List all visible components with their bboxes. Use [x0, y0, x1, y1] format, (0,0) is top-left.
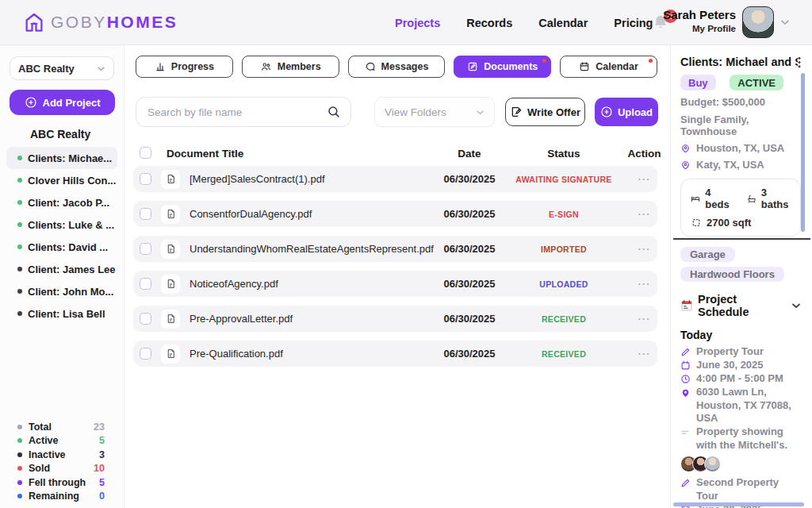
org-select[interactable]: ABC Realty [10, 56, 114, 80]
row-actions-button[interactable]: ··· [626, 208, 662, 220]
alert-dot [649, 59, 653, 63]
bar-chart-icon [155, 61, 166, 72]
file-icon [161, 205, 180, 224]
event-time-row: 4:00 PM - 5:00 PM [680, 372, 801, 386]
brand-name-light: GOBY [51, 13, 107, 32]
search-input[interactable] [136, 97, 351, 127]
select-all-checkbox[interactable] [140, 147, 151, 159]
row-checkbox[interactable] [140, 208, 151, 220]
user-name: Sarah Peters [663, 7, 736, 23]
user-menu[interactable]: Sarah Peters My Profile [663, 7, 736, 34]
status-badge: E-SIGN [512, 210, 615, 219]
kebab-menu-icon[interactable] [798, 56, 801, 68]
pencil-icon [680, 478, 691, 488]
project-item[interactable]: Clients: David ... [6, 236, 117, 258]
org-select-value: ABC Realty [18, 63, 97, 75]
nav-calendar[interactable]: Calendar [538, 17, 588, 29]
project-list: Clients: Michae... Clover Hills Con... C… [0, 147, 124, 325]
event-name-row: Property Tour [680, 345, 801, 359]
table-row: UnderstandingWhomRealEstateAgentsReprese… [133, 236, 657, 262]
section-divider [673, 238, 810, 240]
project-item[interactable]: Client: Lisa Bell [6, 302, 117, 325]
stat-dot [17, 494, 22, 498]
status-badge: AWAITING SIGNATURE [512, 175, 615, 184]
today-heading: Today [680, 329, 801, 341]
stat-row: Sold 10 [0, 462, 124, 476]
projects-sidebar: ABC Realty Add Project ABC Realty Client… [0, 45, 124, 508]
tab-progress[interactable]: Progress [136, 56, 233, 78]
horizontal-scrollbar[interactable] [673, 502, 804, 506]
location-item: Houston, TX, USA [680, 142, 801, 154]
file-search [136, 97, 351, 127]
project-item[interactable]: Clover Hills Con... [6, 169, 117, 191]
stat-row: Inactive 3 [0, 448, 124, 462]
row-actions-button[interactable]: ··· [626, 348, 662, 360]
project-item[interactable]: Clients: Michae... [6, 147, 117, 169]
row-actions-button[interactable]: ··· [626, 173, 662, 185]
project-item[interactable]: Clients: Luke & ... [6, 214, 117, 236]
sqft-value: 2700 sqft [707, 217, 751, 229]
row-actions-button[interactable]: ··· [626, 278, 662, 290]
user-subtitle: My Profile [663, 23, 736, 34]
tab-documents[interactable]: Documents [454, 56, 551, 78]
project-item[interactable]: Client: John Mo... [6, 280, 117, 302]
status-dot [17, 289, 22, 294]
row-checkbox[interactable] [140, 348, 151, 360]
project-schedule-header[interactable]: Project Schedule [680, 293, 801, 318]
brand-logo[interactable]: GOBY HOMES [22, 10, 178, 34]
status-badge: RECEIVED [512, 349, 615, 359]
chevron-down-icon[interactable] [780, 19, 790, 25]
client-details-panel: Clients: Michael and S... Buy ACTIVE Bud… [670, 45, 812, 508]
main-nav: Projects Records Calendar Pricing [395, 0, 653, 45]
status-dot [17, 311, 22, 316]
status-dot [17, 267, 22, 271]
file-icon [161, 275, 180, 294]
table-header: Document Title Date Status Action [133, 147, 657, 161]
write-offer-button[interactable]: Write Offer [505, 98, 585, 126]
user-avatar[interactable] [742, 6, 774, 38]
status-dot [17, 244, 22, 249]
tab-members[interactable]: Members [242, 56, 339, 78]
project-item[interactable]: Client: James Lee [6, 258, 117, 280]
row-actions-button[interactable]: ··· [626, 313, 662, 325]
bed-icon [691, 194, 700, 204]
event-note-row: Property showing with the Mitchell's. [680, 425, 801, 452]
search-icon[interactable] [327, 105, 341, 119]
property-types-text: Single Family, Townhouse [680, 114, 801, 137]
event-name-row: Second Property Tour [680, 476, 801, 502]
row-checkbox[interactable] [140, 313, 151, 325]
calendar-icon [579, 61, 590, 72]
tab-messages[interactable]: Messages [348, 56, 446, 78]
project-item[interactable]: Client: Jacob P... [6, 191, 117, 214]
view-folders-select[interactable]: View Folders [374, 97, 495, 127]
row-checkbox[interactable] [140, 243, 151, 255]
tab-calendar[interactable]: Calendar [560, 56, 657, 78]
nav-pricing[interactable]: Pricing [614, 17, 653, 29]
sidebar-section-title: ABC Realty [0, 128, 124, 140]
document-table: [Merged]SalesContract(1).pdf 06/30/2025 … [133, 166, 657, 375]
property-specs-card: 4 beds 3 baths 2700 sqft [680, 179, 801, 237]
row-checkbox[interactable] [140, 173, 151, 185]
upload-button[interactable]: Upload [595, 98, 658, 126]
house-logo-icon [22, 10, 46, 34]
top-navbar: GOBY HOMES Projects Records Calendar Pri… [0, 0, 812, 45]
map-pin-icon [680, 143, 691, 154]
row-actions-button[interactable]: ··· [626, 243, 662, 255]
row-checkbox[interactable] [140, 278, 151, 290]
stat-row: Total 23 [0, 420, 124, 434]
plus-circle-icon [600, 106, 613, 118]
message-icon [365, 61, 376, 72]
nav-projects[interactable]: Projects [395, 17, 440, 29]
table-row: Pre-Qualification.pdf 06/30/2025 RECEIVE… [133, 341, 657, 367]
plus-circle-icon [25, 96, 37, 109]
stat-row: Remaining 0 [0, 490, 124, 504]
status-dot [17, 156, 22, 160]
members-icon [260, 61, 272, 72]
map-pin-icon [680, 387, 691, 398]
column-header-title: Document Title [167, 148, 243, 160]
map-pin-icon [680, 160, 691, 171]
file-icon [161, 344, 180, 364]
add-project-button[interactable]: Add Project [10, 90, 115, 115]
vertical-scrollbar[interactable] [801, 73, 805, 232]
nav-records[interactable]: Records [466, 17, 512, 29]
